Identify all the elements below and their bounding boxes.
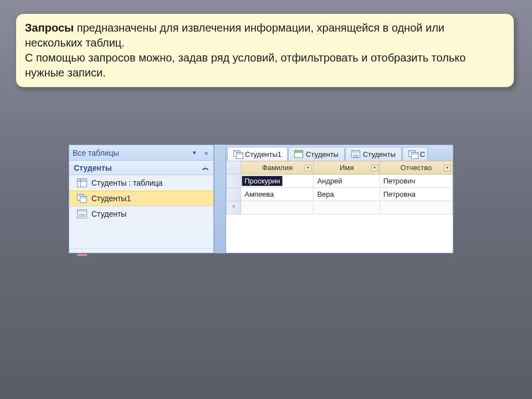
column-dropdown-icon[interactable]: ▾ xyxy=(444,165,451,171)
tab-students-form[interactable]: Студенты xyxy=(288,147,345,161)
column-dropdown-icon[interactable]: ▾ xyxy=(371,165,378,171)
navpane-item-label: Студенты1 xyxy=(91,194,209,203)
column-header-firstname[interactable]: Имя ▾ xyxy=(314,161,380,175)
cell-empty[interactable] xyxy=(380,201,452,214)
cell-lastname[interactable]: Проскурин xyxy=(241,175,314,188)
new-row-marker[interactable]: * xyxy=(227,201,241,214)
navpane-group-label: Студенты xyxy=(74,163,202,172)
datasheet-grid[interactable]: Фамилия ▾ Имя ▾ Отчество ▾ Проску xyxy=(226,161,453,253)
tab-label: Студенты xyxy=(363,150,396,158)
form-icon xyxy=(77,209,87,218)
cell-value-selected: Проскурин xyxy=(242,176,283,186)
document-tabs: Студенты1 Студенты Студенты С xyxy=(226,145,453,161)
datasheet-area: Студенты1 Студенты Студенты С Фамилия xyxy=(226,145,453,253)
cell-lastname[interactable]: Ампеева xyxy=(241,188,314,201)
table-icon xyxy=(77,178,87,187)
column-label: Имя xyxy=(340,163,354,172)
grid-header-row: Фамилия ▾ Имя ▾ Отчество ▾ xyxy=(227,161,453,175)
column-header-lastname[interactable]: Фамилия ▾ xyxy=(241,161,314,175)
info-text2: С помощью запросов можно, задав ряд усло… xyxy=(25,52,466,79)
form-green-icon xyxy=(294,150,303,158)
grid-empty-area xyxy=(226,214,453,237)
tab-label: Студенты1 xyxy=(245,150,282,158)
query-icon xyxy=(233,150,242,158)
tab-label: С xyxy=(420,150,425,158)
grid-corner[interactable] xyxy=(227,161,241,175)
tab-cutoff[interactable]: С xyxy=(402,147,428,161)
cell-empty[interactable] xyxy=(241,201,314,214)
tab-students-form2[interactable]: Студенты xyxy=(345,147,402,161)
table-row[interactable]: Ампеева Вера Петровна xyxy=(227,188,453,201)
query-icon xyxy=(408,150,417,158)
navpane-header[interactable]: Все таблицы ▾ « xyxy=(69,145,213,161)
navpane-item-label: Студенты xyxy=(91,209,209,218)
navpane-title: Все таблицы xyxy=(73,149,187,157)
info-box: Запросы предназначены для извлечения инф… xyxy=(16,13,514,88)
query-icon xyxy=(77,194,87,203)
column-dropdown-icon[interactable]: ▾ xyxy=(305,165,311,171)
row-selector[interactable] xyxy=(227,175,241,188)
tab-label: Студенты xyxy=(306,150,339,158)
row-selector[interactable] xyxy=(227,188,241,201)
navpane-dropdown-icon[interactable]: ▾ xyxy=(190,149,199,157)
navpane-item-table[interactable]: Студенты : таблица xyxy=(69,175,213,191)
column-header-patronymic[interactable]: Отчество ▾ xyxy=(380,161,452,175)
table-row[interactable]: Проскурин Андрей Петрович xyxy=(227,175,453,188)
navpane-group[interactable]: Студенты ︽ xyxy=(69,161,213,175)
splitter[interactable] xyxy=(214,145,226,253)
navpane-group-chevron-icon[interactable]: ︽ xyxy=(202,163,209,172)
navpane-item-form[interactable]: Студенты xyxy=(69,206,213,222)
tab-students1[interactable]: Студенты1 xyxy=(227,147,288,161)
cell-firstname[interactable]: Андрей xyxy=(314,175,380,188)
table-new-row[interactable]: * xyxy=(227,201,453,214)
column-label: Фамилия xyxy=(262,163,293,172)
cell-firstname[interactable]: Вера xyxy=(314,188,380,201)
cell-patronymic[interactable]: Петровна xyxy=(380,188,452,201)
navigation-pane: Все таблицы ▾ « Студенты ︽ Студенты : та… xyxy=(69,145,214,253)
column-label: Отчество xyxy=(401,163,432,172)
access-window: Все таблицы ▾ « Студенты ︽ Студенты : та… xyxy=(69,145,453,253)
navpane-empty xyxy=(69,222,213,248)
cell-patronymic[interactable]: Петрович xyxy=(380,175,452,188)
info-text1: предназначены для извлечения информации,… xyxy=(25,22,444,49)
cell-empty[interactable] xyxy=(314,201,380,214)
navpane-item-label: Студенты : таблица xyxy=(91,178,209,187)
navpane-cutoff xyxy=(69,248,213,253)
navpane-item-query[interactable]: Студенты1 xyxy=(69,191,213,206)
form-icon xyxy=(351,150,360,158)
info-bold: Запросы xyxy=(25,22,74,34)
navpane-collapse-icon[interactable]: « xyxy=(202,149,210,157)
